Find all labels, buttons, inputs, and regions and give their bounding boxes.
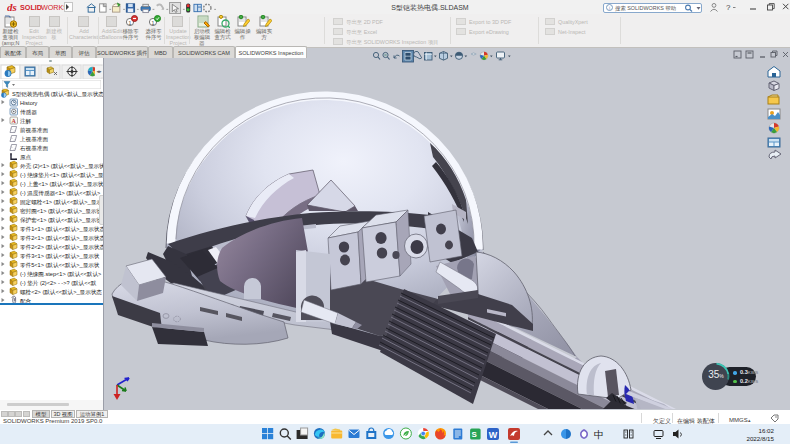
svg-text:零件2<2> (默认<<默认>_显示状态: 零件2<2> (默认<<默认>_显示状态 bbox=[20, 244, 103, 251]
svg-text:密封圈<1> (默认<<默认>_显示状: 密封圈<1> (默认<<默认>_显示状 bbox=[20, 208, 102, 215]
svg-text:?: ? bbox=[726, 3, 731, 12]
svg-text:中: 中 bbox=[594, 429, 604, 440]
svg-text:(-) 上盖<1> (默认<<默认>_显示状: (-) 上盖<1> (默认<<默认>_显示状 bbox=[20, 181, 103, 188]
svg-text:螺栓<2> (默认<<默认>_显示状态: 螺栓<2> (默认<<默认>_显示状态 bbox=[20, 289, 102, 296]
svg-text:右视基准面: 右视基准面 bbox=[20, 145, 48, 152]
svg-text:零件1<1> (默认<<默认>_显示状态: 零件1<1> (默认<<默认>_显示状态 bbox=[20, 226, 103, 233]
svg-text:S型铠装热电偶 (默认<默认_显示状态-1: S型铠装热电偶 (默认<默认_显示状态-1 bbox=[12, 91, 103, 98]
svg-text:SOLID: SOLID bbox=[20, 3, 42, 12]
svg-text:(-) 绝缘圈.step<1> (默认<<默认>: (-) 绝缘圈.step<1> (默认<<默认> bbox=[20, 271, 101, 278]
svg-text:S: S bbox=[472, 430, 478, 439]
svg-text:原点: 原点 bbox=[20, 154, 32, 160]
svg-text:(-) 垫片 (2)<2> - ->? (默认<<默: (-) 垫片 (2)<2> - ->? (默认<<默 bbox=[20, 280, 97, 287]
svg-text:零件3<1> (默认<<默认>_显示状: 零件3<1> (默认<<默认>_显示状 bbox=[20, 253, 100, 260]
svg-text:(-) 绝缘垫片<1> (默认<<默认>_显: (-) 绝缘垫片<1> (默认<<默认>_显 bbox=[20, 172, 103, 179]
svg-text:History: History bbox=[20, 100, 38, 106]
svg-text:外壳 (2)<1> (默认<<默认>_显示状: 外壳 (2)<1> (默认<<默认>_显示状 bbox=[20, 163, 103, 170]
svg-text:零件5<1> (默认<<默认>_显示状: 零件5<1> (默认<<默认>_显示状 bbox=[20, 262, 100, 269]
svg-text:W: W bbox=[489, 430, 498, 440]
svg-text:A: A bbox=[12, 118, 17, 124]
svg-text:前视基准面: 前视基准面 bbox=[19, 127, 48, 134]
svg-text:传感器: 传感器 bbox=[20, 109, 37, 116]
svg-text:固定螺栓<1> (默认<<默认>_显示: 固定螺栓<1> (默认<<默认>_显示 bbox=[20, 199, 102, 206]
svg-text:保护套<1> (默认<<默认>_显示状: 保护套<1> (默认<<默认>_显示状 bbox=[20, 217, 102, 224]
svg-text:(-) 温度传感器<1> (默认<<默认>_: (-) 温度传感器<1> (默认<<默认>_ bbox=[20, 190, 103, 197]
svg-text:零件2<1> (默认<<默认>_显示状态: 零件2<1> (默认<<默认>_显示状态 bbox=[20, 235, 103, 242]
svg-text:上视基准面: 上视基准面 bbox=[20, 136, 48, 143]
svg-text:注解: 注解 bbox=[20, 118, 32, 125]
svg-text:ds: ds bbox=[7, 1, 17, 13]
